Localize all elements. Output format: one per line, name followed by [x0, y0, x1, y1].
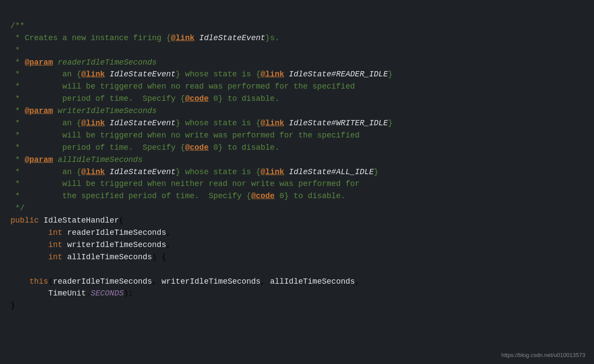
code-param-all: int allIdleTimeSeconds) { — [10, 253, 166, 261]
comment-line-5: * will be triggered when no read was per… — [10, 82, 355, 91]
watermark: https://blog.csdn.net/u010013573 — [501, 351, 585, 360]
comment-line-4: * an {@link IdleStateEvent} whose state … — [10, 70, 393, 79]
code-closing-brace: } — [10, 301, 15, 310]
code-param-writer: int writerIdleTimeSeconds, — [10, 240, 171, 249]
comment-line-7: * @param writerIdleTimeSeconds — [10, 106, 157, 115]
code-param-reader: int readerIdleTimeSeconds, — [10, 228, 171, 237]
code-block: /** * Creates a new instance firing {@li… — [0, 0, 594, 320]
comment-line-10: * period of time. Specify {@code 0} to d… — [10, 143, 280, 152]
comment-line-8: * an {@link IdleStateEvent} whose state … — [10, 119, 393, 127]
comment-line-1: * Creates a new instance firing {@link I… — [10, 34, 280, 42]
comment-line-2: * — [10, 46, 20, 55]
comment-line-3: * @param readerIdleTimeSeconds — [10, 58, 157, 67]
comment-line-11: * @param allIdleTimeSeconds — [10, 155, 142, 164]
comment-line-13: * will be triggered when neither read no… — [10, 179, 359, 188]
comment-close: */ — [10, 204, 24, 213]
comment-open: /** — [10, 21, 24, 30]
code-body-this: this(readerIdleTimeSeconds, writerIdleTi… — [10, 277, 359, 286]
comment-line-6: * period of time. Specify {@code 0} to d… — [10, 94, 280, 103]
comment-line-9: * will be triggered when no write was pe… — [10, 131, 359, 140]
comment-line-14: * the specified period of time. Specify … — [10, 192, 345, 200]
code-signature-line: public IdleStateHandler( — [10, 216, 124, 225]
code-body-timeunit: TimeUnit.SECONDS); — [10, 289, 133, 298]
comment-line-12: * an {@link IdleStateEvent} whose state … — [10, 168, 379, 176]
